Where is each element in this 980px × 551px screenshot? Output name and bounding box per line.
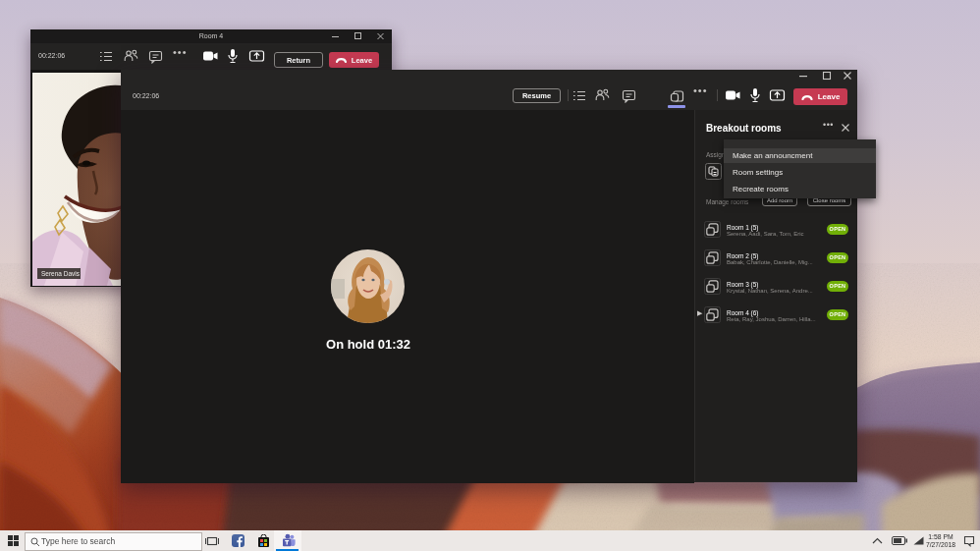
svg-text:Serena Davis: Serena Davis bbox=[41, 270, 81, 277]
